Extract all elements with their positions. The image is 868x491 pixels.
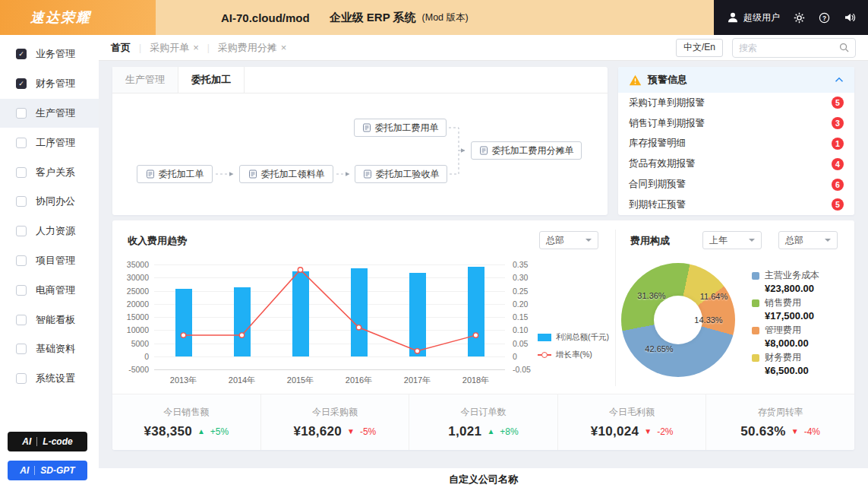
stat-delta: -4% bbox=[804, 426, 820, 437]
sidebar-item-5[interactable]: 客户关系 bbox=[0, 157, 99, 187]
sidebar-item-7[interactable]: 人力资源 bbox=[0, 217, 99, 246]
legend-amount: ¥6,500.00 bbox=[752, 365, 819, 376]
sidebar-item-label: 协同办公 bbox=[36, 195, 75, 208]
workflow-diagram: 委托加工费用单委托加工费用分摊单委托加工单委托加工领料单委托加工验收单 bbox=[112, 93, 608, 215]
legend-entry-growth: 增长率(%) bbox=[538, 350, 609, 360]
sidebar-item-10[interactable]: 智能看板 bbox=[0, 305, 99, 334]
help-icon[interactable]: ? bbox=[819, 12, 830, 24]
arrow-up-icon: ▲ bbox=[487, 427, 494, 436]
stat-value: 50.63% bbox=[740, 424, 785, 439]
sidebar-item-3[interactable]: 生产管理 bbox=[0, 99, 99, 128]
close-tab-icon[interactable]: × bbox=[193, 42, 199, 53]
nav-tab-3[interactable]: 采购费用分摊× bbox=[218, 41, 287, 55]
left-axis-tick: 10000 bbox=[114, 325, 149, 334]
sidebar-item-11[interactable]: 基础资料 bbox=[0, 334, 99, 364]
alert-item-1[interactable]: 采购订单到期报警5 bbox=[618, 93, 854, 113]
growth-rate-line bbox=[154, 265, 505, 369]
expense-year-select[interactable]: 上年 bbox=[702, 231, 762, 249]
trend-org-value: 总部 bbox=[546, 234, 564, 247]
badge-divider bbox=[36, 437, 37, 446]
expense-org-select[interactable]: 总部 bbox=[778, 231, 838, 249]
user-menu[interactable]: 超级用户 bbox=[727, 11, 780, 24]
ai-badge-prefix: AI bbox=[20, 465, 29, 476]
ai-badge-1[interactable]: AIL-code bbox=[8, 432, 87, 451]
sidebar: ✓业务管理✓财务管理生产管理工序管理客户关系协同办公人力资源项目管理电商管理智能… bbox=[0, 35, 99, 491]
sidebar-item-6[interactable]: 协同办公 bbox=[0, 187, 99, 217]
svg-text:?: ? bbox=[822, 14, 826, 21]
workflow-node-label: 委托加工验收单 bbox=[376, 168, 440, 181]
nav-tab-2[interactable]: 采购开单× bbox=[150, 41, 199, 55]
alert-item-6[interactable]: 到期转正预警5 bbox=[618, 195, 854, 215]
sidebar-menu: ✓业务管理✓财务管理生产管理工序管理客户关系协同办公人力资源项目管理电商管理智能… bbox=[0, 35, 99, 394]
tab-separator: | bbox=[139, 43, 141, 53]
trend-org-select[interactable]: 总部 bbox=[539, 231, 598, 249]
tabbar-right: 中文/En bbox=[676, 38, 856, 58]
alert-item-2[interactable]: 销售订单到期报警3 bbox=[618, 113, 854, 134]
alert-item-5[interactable]: 合同到期预警6 bbox=[618, 174, 854, 195]
document-icon bbox=[146, 169, 155, 179]
sidebar-item-label: 系统设置 bbox=[36, 372, 75, 385]
x-axis-label: 2015年 bbox=[287, 375, 314, 386]
alert-title: 预警信息 bbox=[648, 73, 687, 87]
sidebar-item-12[interactable]: 系统设置 bbox=[0, 364, 99, 394]
expense-donut-chart: 42.65%31.36%14.33%11.64% bbox=[621, 263, 735, 377]
stat-value-line: 1,021▲+8% bbox=[448, 424, 518, 439]
workflow-tabs: 生产管理委托加工 bbox=[112, 67, 608, 93]
workflow-tab-1[interactable]: 生产管理 bbox=[112, 67, 178, 93]
product-name: 企业级 ERP 系统 bbox=[330, 11, 416, 25]
sidebar-item-2[interactable]: ✓财务管理 bbox=[0, 69, 99, 99]
sidebar-item-1[interactable]: ✓业务管理 bbox=[0, 40, 99, 69]
sidebar-item-label: 客户关系 bbox=[36, 166, 75, 179]
legend-label: 销售费用 bbox=[765, 296, 801, 309]
sidebar-item-8[interactable]: 项目管理 bbox=[0, 246, 99, 276]
stat-value: ¥10,024 bbox=[591, 424, 639, 439]
stat-cell-3: 今日订单数1,021▲+8% bbox=[409, 394, 558, 450]
stat-value-line: ¥38,350▲+5% bbox=[144, 424, 229, 439]
right-axis-tick: 0.20 bbox=[513, 299, 528, 309]
sidebar-item-label: 智能看板 bbox=[36, 313, 75, 327]
workflow-node-2[interactable]: 委托加工费用分摊单 bbox=[471, 141, 582, 160]
sidebar-item-9[interactable]: 电商管理 bbox=[0, 275, 99, 305]
legend-swatch bbox=[752, 327, 759, 334]
alert-item-4[interactable]: 货品有效期报警4 bbox=[618, 154, 854, 174]
workflow-tab-2[interactable]: 委托加工 bbox=[178, 67, 245, 93]
box-icon bbox=[16, 138, 27, 148]
search-input[interactable] bbox=[739, 43, 839, 53]
search-box[interactable] bbox=[732, 38, 856, 58]
settings-gear-icon[interactable] bbox=[794, 12, 805, 24]
line-legend-swatch bbox=[538, 351, 551, 359]
box-icon bbox=[16, 226, 27, 236]
language-toggle-button[interactable]: 中文/En bbox=[676, 39, 723, 57]
arrow-up-icon: ▲ bbox=[197, 427, 205, 436]
arrow-down-icon: ▼ bbox=[347, 427, 355, 436]
announcement-speaker-icon[interactable] bbox=[844, 11, 856, 24]
ai-badge-2[interactable]: AISD-GPT bbox=[8, 461, 87, 480]
stat-value-line: ¥18,620▼-5% bbox=[293, 424, 376, 439]
expense-legend-entry: 财务费用¥6,500.00 bbox=[752, 351, 819, 376]
legend-swatch bbox=[752, 272, 759, 280]
workflow-node-1[interactable]: 委托加工费用单 bbox=[354, 119, 447, 137]
right-axis-tick: 0.25 bbox=[513, 287, 528, 296]
workflow-node-5[interactable]: 委托加工验收单 bbox=[355, 165, 447, 183]
document-icon bbox=[479, 146, 488, 155]
stat-value-line: 50.63%▼-4% bbox=[740, 424, 820, 439]
close-tab-icon[interactable]: × bbox=[281, 42, 287, 53]
nav-tab-label: 首页 bbox=[111, 41, 131, 55]
workflow-node-3[interactable]: 委托加工单 bbox=[137, 165, 213, 183]
stat-delta: +5% bbox=[210, 426, 229, 437]
nav-tab-1[interactable]: 首页 bbox=[111, 41, 131, 55]
right-axis-tick: 0 bbox=[513, 352, 517, 361]
alert-item-3[interactable]: 库存报警明细1 bbox=[618, 134, 854, 154]
collapse-chevron-up-icon[interactable] bbox=[835, 77, 844, 83]
sidebar-item-4[interactable]: 工序管理 bbox=[0, 128, 99, 157]
arrow-down-icon: ▼ bbox=[644, 427, 652, 436]
trend-chart-title: 收入费用趋势 bbox=[128, 234, 187, 248]
alert-count-badge: 5 bbox=[832, 97, 844, 109]
alert-header: 预警信息 bbox=[618, 67, 854, 93]
right-axis-tick: 0.05 bbox=[513, 339, 528, 348]
x-axis-label: 2014年 bbox=[229, 375, 255, 386]
legend-amount: ¥23,800.00 bbox=[752, 283, 819, 294]
search-icon[interactable] bbox=[839, 43, 849, 52]
expense-legend-name: 销售费用 bbox=[752, 296, 819, 309]
workflow-node-4[interactable]: 委托加工领料单 bbox=[239, 165, 333, 183]
